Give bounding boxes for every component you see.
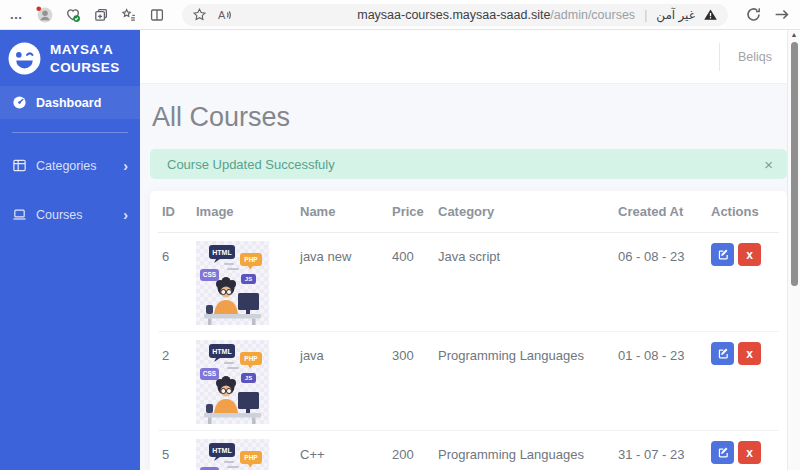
split-screen-icon[interactable] [148,6,165,23]
reload-icon[interactable] [745,6,762,23]
chevron-right-icon: › [123,159,128,173]
cell-created-at: 06 - 08 - 23 [614,233,707,332]
sidebar-item-label: Dashboard [36,96,101,110]
cell-category: Programming Languages [434,431,614,470]
cell-category: Programming Languages [434,332,614,431]
courses-laptop-icon [12,207,27,222]
security-label[interactable]: غير آمن [656,8,695,22]
svg-text:A: A [218,9,226,21]
cell-actions: x [707,332,779,431]
cell-id: 5 [158,431,192,470]
url-separator: | [642,8,649,22]
svg-text:HTML: HTML [212,348,232,355]
cell-image: HTML PHP CSS JS [192,332,296,431]
edit-button[interactable] [711,243,734,266]
cell-created-at: 01 - 08 - 23 [614,332,707,431]
page-title: All Courses [152,102,787,133]
col-name: Name [296,191,388,233]
browser-toolbar: … [0,0,800,30]
cell-price: 400 [388,233,434,332]
svg-text:PHP: PHP [244,454,258,461]
alert-close-button[interactable]: × [764,157,773,172]
url-text: maysaa-courses.maysaa-saad.site/admin/co… [357,8,635,22]
collections-icon[interactable] [92,6,109,23]
cell-id: 2 [158,332,192,431]
cell-category: Java script [434,233,614,332]
cell-actions: x [707,431,779,470]
sidebar-item-categories[interactable]: Categories › [0,149,140,182]
cell-name: java new [296,233,388,332]
table-row: 2 HTML PHP CSS JS [158,332,779,431]
topbar: Beliqs [140,30,800,84]
cell-actions: x [707,233,779,332]
warning-triangle-icon[interactable] [702,6,719,23]
table-header-row: ID Image Name Price Category Created At … [158,191,779,233]
courses-table: ID Image Name Price Category Created At … [158,191,779,470]
table-row: 5 HTML PHP CSS JS [158,431,779,470]
col-id: ID [158,191,192,233]
smiley-logo-icon [7,41,42,76]
courses-table-card: ID Image Name Price Category Created At … [150,191,787,470]
delete-button[interactable]: x [738,342,761,365]
admin-app: MAYSA'A COURSES Dashboard Categories › [0,30,800,470]
edit-button[interactable] [711,342,734,365]
url-host: maysaa-courses.maysaa-saad.site [357,8,550,22]
dashboard-gauge-icon [12,95,27,110]
chevron-right-icon: › [123,208,128,222]
content: All Courses Course Updated Successfuly ×… [140,84,800,470]
delete-button[interactable]: x [738,441,761,464]
svg-text:HTML: HTML [212,447,232,454]
course-illustration: HTML PHP CSS JS [196,340,269,424]
course-illustration: HTML PHP CSS JS [196,439,269,470]
svg-text:JS: JS [245,375,252,381]
sidebar-item-label: Categories [36,159,96,173]
brand-name: MAYSA'A COURSES [50,41,120,76]
sidebar-item-dashboard[interactable]: Dashboard [0,86,140,119]
cell-name: C++ [296,431,388,470]
cell-image: HTML PHP CSS JS [192,233,296,332]
user-menu[interactable]: Beliqs [719,43,772,71]
delete-button[interactable]: x [738,243,761,266]
success-alert: Course Updated Successfuly × [150,149,787,179]
sidebar-divider [12,132,128,133]
brand[interactable]: MAYSA'A COURSES [0,30,140,86]
pencil-square-icon [716,248,729,261]
page-scrollbar[interactable]: ▲ [787,30,800,470]
svg-text:HTML: HTML [212,249,232,256]
cell-name: java [296,332,388,431]
pencil-square-icon [716,347,729,360]
col-price: Price [388,191,434,233]
svg-text:PHP: PHP [244,256,258,263]
col-category: Category [434,191,614,233]
categories-grid-icon [12,158,27,173]
col-actions: Actions [707,191,779,233]
svg-text:CSS: CSS [203,370,217,377]
sidebar: MAYSA'A COURSES Dashboard Categories › [0,30,140,470]
url-path: /admin/courses [550,8,635,22]
svg-text:JS: JS [245,276,252,282]
favorite-star-icon[interactable] [191,6,208,23]
forward-arrow-icon[interactable] [773,6,790,23]
pencil-square-icon [716,446,729,459]
browser-essentials-icon[interactable] [64,6,81,23]
svg-text:CSS: CSS [203,271,217,278]
read-aloud-icon[interactable]: A [215,6,232,23]
cell-created-at: 31 - 07 - 23 [614,431,707,470]
sidebar-item-label: Courses [36,208,83,222]
more-icon[interactable]: … [8,6,25,23]
cell-image: HTML PHP CSS JS [192,431,296,470]
cell-price: 200 [388,431,434,470]
address-bar[interactable]: A maysaa-courses.maysaa-saad.site/admin/… [182,4,728,26]
favorites-icon[interactable] [120,6,137,23]
scroll-up-arrow[interactable]: ▲ [788,31,800,38]
sidebar-item-courses[interactable]: Courses › [0,198,140,231]
col-created-at: Created At [614,191,707,233]
cell-id: 6 [158,233,192,332]
alert-message: Course Updated Successfuly [167,157,335,172]
edit-button[interactable] [711,441,734,464]
col-image: Image [192,191,296,233]
scrollbar-thumb[interactable] [791,42,798,286]
avatar-icon [36,6,53,23]
profile-avatar[interactable] [36,6,53,23]
cell-price: 300 [388,332,434,431]
